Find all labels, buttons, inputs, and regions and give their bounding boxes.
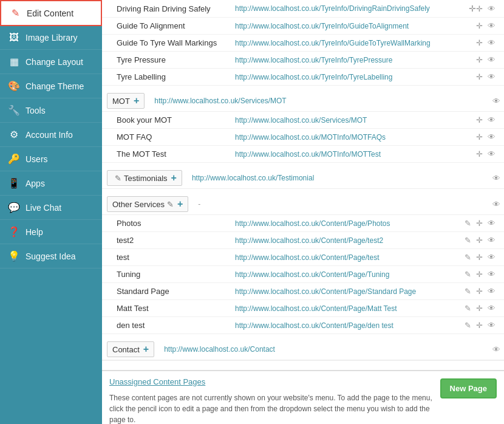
edit-icon[interactable]: ✎ [463, 235, 472, 245]
edit-icon[interactable]: ✎ [463, 269, 472, 279]
view-icon[interactable] [486, 132, 497, 142]
tools-icon: 🔧 [7, 104, 21, 116]
table-row: den test http://www.localhost.co.uk/Cont… [102, 317, 504, 334]
move-icon[interactable]: ✛ [475, 235, 484, 245]
contact-section: Contact + http://www.localhost.co.uk/Con… [102, 339, 504, 360]
sidebar-item-change-theme[interactable]: 🎨 Change Theme [0, 74, 102, 98]
sidebar-item-tools[interactable]: 🔧 Tools [0, 98, 102, 123]
view-icon[interactable] [486, 55, 497, 65]
view-icon[interactable] [486, 235, 497, 245]
edit-icon[interactable]: ✎ [463, 303, 472, 313]
move-icon[interactable]: ✛ [475, 115, 484, 125]
move-icon[interactable]: ✛ [475, 320, 484, 330]
edit-icon[interactable]: ✎ [463, 252, 472, 262]
sidebar-item-image-library[interactable]: 🖼 Image Library [0, 26, 102, 50]
other-services-add-button[interactable]: + [177, 199, 183, 210]
mot-section-title: MOT + [107, 93, 145, 109]
move-icon[interactable]: ✛ [475, 38, 484, 48]
other-services-section: Other Services ✎ + - Photos http://www.l… [102, 194, 504, 334]
view-icon[interactable] [486, 115, 497, 125]
sidebar-item-account-info[interactable]: ⚙ Account Info [0, 123, 102, 147]
move-icon[interactable]: ✛ [475, 72, 484, 82]
view-icon[interactable] [486, 4, 497, 14]
move-icon[interactable]: ✛ [475, 149, 484, 159]
other-services-edit-button[interactable]: ✎ [167, 200, 174, 209]
sidebar-item-live-chat[interactable]: 💬 Live Chat [0, 196, 102, 220]
row-actions: ✎ ✛ [463, 286, 497, 296]
mot-section-actions [491, 96, 502, 106]
row-actions: ✛ [468, 3, 497, 14]
sidebar-item-change-layout[interactable]: ▦ Change Layout [0, 50, 102, 74]
view-icon[interactable] [486, 72, 497, 82]
main-content: Driving Rain Driving Safely http://www.l… [102, 0, 504, 424]
other-services-section-title: Other Services ✎ + [107, 196, 188, 212]
apps-icon: 📱 [7, 177, 21, 189]
view-icon[interactable] [486, 218, 497, 228]
idea-icon: 💡 [7, 250, 21, 262]
tyre-section: Driving Rain Driving Safely http://www.l… [102, 0, 504, 86]
view-icon[interactable] [486, 149, 497, 159]
mot-section-header: MOT + http://www.localhost.co.uk/Service… [102, 91, 504, 112]
table-row: test2 http://www.localhost.co.uk/Content… [102, 232, 504, 249]
table-row: Guide To Tyre Wall Markings http://www.l… [102, 35, 504, 52]
account-icon: ⚙ [7, 129, 21, 140]
contact-add-button[interactable]: + [143, 344, 149, 355]
move-icon[interactable]: ✛ [475, 132, 484, 142]
image-icon: 🖼 [7, 32, 21, 43]
table-row: Tyre Labelling http://www.localhost.co.u… [102, 69, 504, 86]
move-icon[interactable]: ✛ [475, 252, 484, 262]
testimonials-edit-button[interactable]: ✎ [115, 174, 121, 183]
view-icon[interactable] [491, 199, 502, 210]
view-icon[interactable] [486, 21, 497, 31]
move-icon[interactable]: ✛ [475, 303, 484, 313]
contact-section-actions [491, 344, 502, 355]
row-actions: ✛ [475, 21, 497, 31]
view-icon[interactable] [486, 269, 497, 279]
mot-section: MOT + http://www.localhost.co.uk/Service… [102, 91, 504, 163]
sidebar-item-edit-content[interactable]: ✎ Edit Content [0, 0, 102, 26]
mot-add-button[interactable]: + [134, 95, 139, 106]
view-icon[interactable] [486, 286, 497, 296]
users-icon: 🔑 [7, 153, 21, 165]
table-row: Standard Page http://www.localhost.co.uk… [102, 283, 504, 300]
view-icon[interactable] [491, 344, 502, 355]
row-actions: ✛ [475, 149, 497, 159]
testimonials-section: ✎ Testimonials + http://www.localhost.co… [102, 168, 504, 189]
move-icon[interactable]: ✛ [475, 269, 484, 279]
sidebar-item-help[interactable]: ❓ Help [0, 220, 102, 244]
edit-icon[interactable]: ✎ [463, 320, 472, 330]
view-icon[interactable] [491, 96, 502, 106]
move-icon[interactable]: ✛ [475, 218, 484, 228]
table-row: The MOT Test http://www.localhost.co.uk/… [102, 146, 504, 163]
testimonials-section-title: ✎ Testimonials + [107, 170, 182, 186]
view-icon[interactable] [486, 320, 497, 330]
view-icon[interactable] [486, 303, 497, 313]
table-row: MOT FAQ http://www.localhost.co.uk/MOTIn… [102, 129, 504, 146]
move-icon[interactable]: ✛ [475, 21, 484, 31]
row-actions: ✎ ✛ [463, 218, 497, 228]
edit-icon[interactable]: ✎ [463, 286, 472, 296]
table-row: test http://www.localhost.co.uk/Content/… [102, 249, 504, 266]
move-icon[interactable]: ✛ [475, 55, 484, 65]
table-row: Book your MOT http://www.localhost.co.uk… [102, 112, 504, 129]
unassigned-title[interactable]: Unassigned Content Pages [109, 377, 205, 386]
view-icon[interactable] [486, 38, 497, 48]
new-page-area: New Page [440, 377, 497, 398]
unassigned-section: Unassigned Content Pages These content p… [102, 370, 504, 424]
view-icon[interactable] [491, 173, 502, 183]
view-icon[interactable] [486, 252, 497, 262]
sidebar-item-suggest-idea[interactable]: 💡 Suggest Idea [0, 244, 102, 268]
testimonials-add-button[interactable]: + [171, 173, 177, 183]
table-row: Tuning http://www.localhost.co.uk/Conten… [102, 266, 504, 283]
row-actions: ✎ ✛ [463, 269, 497, 279]
sidebar-item-apps[interactable]: 📱 Apps [0, 171, 102, 196]
move-icon[interactable]: ✛ [475, 286, 484, 296]
table-row: Tyre Pressure http://www.localhost.co.uk… [102, 52, 504, 69]
edit-icon[interactable]: ✎ [463, 218, 472, 228]
row-actions: ✎ ✛ [463, 252, 497, 262]
move-icon[interactable]: ✛ [468, 3, 484, 14]
help-icon: ❓ [7, 226, 21, 238]
new-page-button[interactable]: New Page [440, 378, 497, 398]
sidebar-item-users[interactable]: 🔑 Users [0, 147, 102, 171]
other-services-section-header: Other Services ✎ + - [102, 194, 504, 215]
